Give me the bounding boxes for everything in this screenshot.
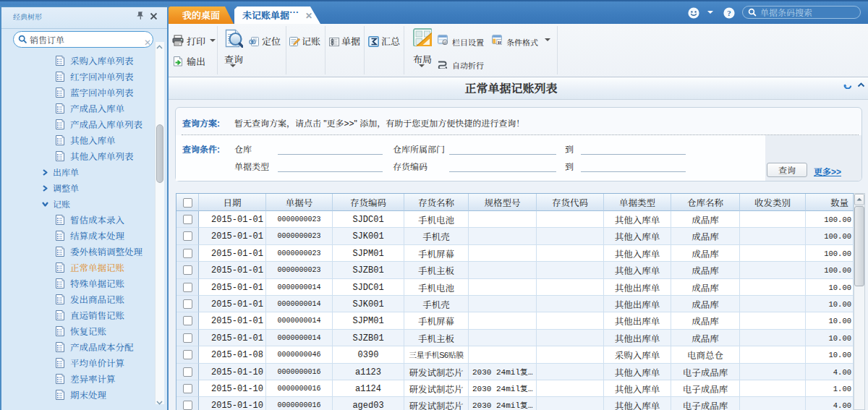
svg-text:?: ? — [727, 9, 731, 17]
svg-text:@: @ — [443, 40, 448, 45]
svg-text:If: If — [498, 40, 502, 45]
